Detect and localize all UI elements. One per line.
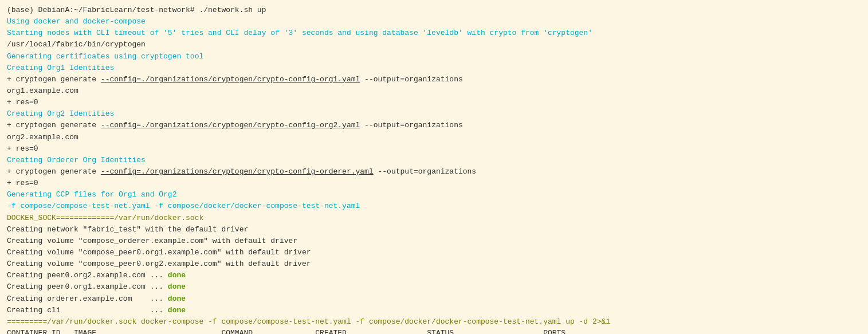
terminal-line: Creating peer0.org1.example.com ... done [7,281,861,293]
terminal-line: CONTAINER ID IMAGE COMMAND CREATED STATU… [7,328,861,334]
terminal-line: Creating volume "compose_peer0.org1.exam… [7,247,861,258]
terminal-line: org2.example.com [7,132,861,143]
terminal-line: + cryptogen generate --config=./organiza… [7,120,861,131]
terminal-line: Creating peer0.org2.example.com ... done [7,270,861,281]
terminal-line: org1.example.com [7,85,861,97]
terminal-line: + res=0 [7,97,861,108]
terminal-line: + cryptogen generate --config=./organiza… [7,166,861,178]
terminal-line: + res=0 [7,178,861,189]
terminal-line: + cryptogen generate --config=./organiza… [7,74,861,85]
terminal-line: Creating Org2 Identities [7,108,861,120]
terminal-output: (base) DebianA:~/FabricLearn/test-networ… [7,5,861,334]
terminal-line: Generating CCP files for Org1 and Org2 [7,189,861,201]
terminal-line: -f compose/compose-test-net.yaml -f comp… [7,201,861,212]
terminal-line: DOCKER_SOCK=============/var/run/docker.… [7,213,861,224]
terminal-line: Using docker and docker-compose [7,16,861,27]
terminal-line: (base) DebianA:~/FabricLearn/test-networ… [7,5,861,16]
terminal-line: Creating volume "compose_orderer.example… [7,235,861,247]
terminal-line: Creating volume "compose_peer0.org2.exam… [7,258,861,270]
terminal-line: Creating orderer.example.com ... done [7,293,861,305]
terminal-line: Creating Orderer Org Identities [7,155,861,166]
terminal-line: Starting nodes with CLI timeout of '5' t… [7,27,861,39]
terminal-line: Creating network "fabric_test" with the … [7,224,861,235]
terminal-line: + res=0 [7,143,861,155]
terminal-line: =========/var/run/docker.sock docker-com… [7,316,861,328]
terminal-line: Creating cli ... done [7,305,861,316]
terminal-line: Generating certificates using cryptogen … [7,51,861,62]
terminal-line: Creating Org1 Identities [7,62,861,74]
terminal-line: /usr/local/fabric/bin/cryptogen [7,39,861,50]
